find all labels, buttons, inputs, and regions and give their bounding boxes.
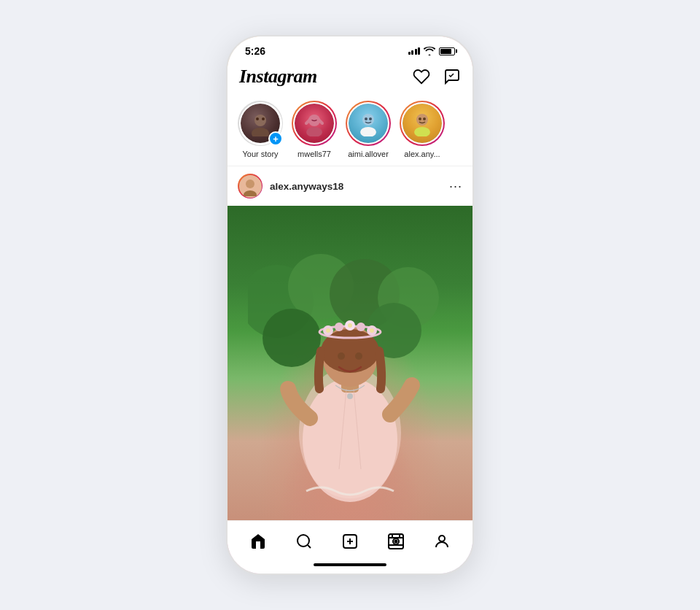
status-time: 5:26 bbox=[245, 45, 265, 57]
svg-line-44 bbox=[307, 545, 310, 548]
heart-button[interactable] bbox=[413, 68, 430, 85]
story-item-alex-any[interactable]: alex.any... bbox=[400, 101, 445, 158]
story-item-your-story[interactable]: + Your story bbox=[238, 101, 283, 158]
home-bar bbox=[314, 563, 386, 566]
svg-point-3 bbox=[262, 117, 265, 120]
story-label-alex-any: alex.any... bbox=[404, 150, 440, 158]
post-image bbox=[228, 206, 472, 520]
svg-point-11 bbox=[369, 117, 372, 120]
svg-point-50 bbox=[395, 541, 397, 543]
messenger-button[interactable] bbox=[443, 68, 461, 85]
phone-frame: 5:26 Instagram bbox=[226, 35, 474, 575]
instagram-logo: Instagram bbox=[239, 66, 317, 88]
status-icons bbox=[408, 47, 456, 55]
svg-point-38 bbox=[338, 352, 345, 360]
svg-point-14 bbox=[419, 117, 421, 120]
signal-icon bbox=[408, 47, 421, 55]
nav-profile[interactable] bbox=[429, 528, 455, 555]
svg-point-36 bbox=[348, 323, 352, 328]
svg-point-2 bbox=[256, 117, 259, 120]
post-username: alex.anyways18 bbox=[270, 181, 343, 192]
svg-point-33 bbox=[357, 323, 365, 331]
stories-row: + Your story bbox=[228, 95, 472, 166]
story-item-mwells77[interactable]: mwells77 bbox=[292, 101, 337, 158]
svg-point-10 bbox=[365, 117, 368, 120]
svg-point-55 bbox=[439, 536, 445, 541]
post-avatar[interactable] bbox=[238, 174, 262, 198]
svg-point-12 bbox=[416, 114, 428, 126]
svg-point-40 bbox=[347, 393, 353, 399]
bottom-nav bbox=[228, 520, 472, 559]
home-indicator bbox=[228, 559, 472, 574]
svg-point-8 bbox=[362, 114, 374, 126]
post-more-button[interactable]: ··· bbox=[449, 179, 462, 194]
nav-add[interactable] bbox=[337, 528, 363, 555]
story-label-aimi-allover: aimi.allover bbox=[348, 150, 389, 158]
svg-point-17 bbox=[244, 190, 257, 196]
svg-point-5 bbox=[306, 127, 322, 136]
app-header: Instagram bbox=[228, 61, 472, 95]
svg-point-9 bbox=[360, 127, 376, 136]
header-icons bbox=[413, 68, 461, 85]
svg-point-35 bbox=[326, 328, 330, 333]
add-story-badge: + bbox=[268, 131, 283, 146]
story-label-your-story: Your story bbox=[242, 150, 278, 158]
svg-point-1 bbox=[252, 128, 269, 136]
svg-point-22 bbox=[262, 309, 321, 367]
svg-point-0 bbox=[254, 115, 266, 126]
nav-home[interactable] bbox=[245, 528, 271, 555]
wifi-icon bbox=[424, 47, 435, 55]
svg-point-31 bbox=[335, 323, 343, 331]
post-user: alex.anyways18 bbox=[238, 174, 343, 198]
story-label-mwells77: mwells77 bbox=[298, 150, 331, 158]
svg-point-15 bbox=[423, 117, 426, 120]
svg-point-13 bbox=[414, 127, 430, 136]
post-header: alex.anyways18 ··· bbox=[228, 166, 472, 206]
story-item-aimi-allover[interactable]: aimi.allover bbox=[346, 101, 391, 158]
nav-search[interactable] bbox=[291, 528, 317, 555]
svg-point-39 bbox=[355, 352, 362, 360]
nav-reels[interactable] bbox=[383, 528, 409, 555]
battery-icon bbox=[439, 47, 455, 55]
svg-point-16 bbox=[246, 179, 254, 188]
svg-point-37 bbox=[370, 328, 374, 333]
svg-point-43 bbox=[298, 535, 309, 547]
status-bar: 5:26 bbox=[228, 36, 472, 61]
